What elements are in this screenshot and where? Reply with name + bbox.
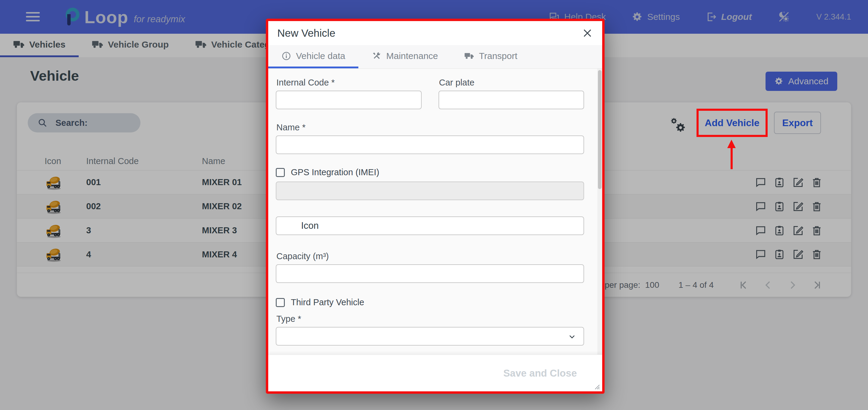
name-input[interactable] xyxy=(276,135,584,154)
tab-vehicle-data[interactable]: Vehicle data xyxy=(268,45,358,68)
save-and-close-button[interactable]: Save and Close xyxy=(503,368,577,379)
dialog-scrollbar[interactable] xyxy=(597,69,602,354)
icon-upload-button[interactable]: Icon xyxy=(276,216,584,235)
dialog-body: Internal Code * Car plate Name * GPS Int… xyxy=(268,69,602,354)
dialog-tabstrip: Vehicle data Maintenance Transport xyxy=(268,45,602,69)
third-party-label: Third Party Vehicle xyxy=(291,298,364,307)
capacity-label: Capacity (m³) xyxy=(276,251,584,261)
annotation-highlight-box xyxy=(696,109,768,137)
tab-vehicle-data-label: Vehicle data xyxy=(296,51,345,61)
info-icon xyxy=(281,51,291,61)
close-icon[interactable] xyxy=(582,27,593,39)
dialog-footer: Save and Close xyxy=(268,354,602,391)
capacity-input[interactable] xyxy=(276,264,584,283)
type-label: Type * xyxy=(276,314,584,324)
third-party-checkbox[interactable] xyxy=(276,298,285,307)
car-plate-label: Car plate xyxy=(439,78,584,88)
tools-icon xyxy=(372,51,381,61)
gps-imei-input[interactable] xyxy=(276,181,584,200)
scrollbar-thumb[interactable] xyxy=(598,70,601,189)
internal-code-label: Internal Code * xyxy=(276,78,422,88)
dialog-title: New Vehicle xyxy=(277,27,582,39)
truck-icon xyxy=(464,51,474,61)
tab-maintenance-label: Maintenance xyxy=(386,51,438,61)
gps-imei-checkbox[interactable] xyxy=(276,168,285,177)
resize-handle-icon[interactable] xyxy=(593,383,600,389)
new-vehicle-dialog: New Vehicle Vehicle data Maintenance Tra… xyxy=(266,19,604,394)
tab-transport-label: Transport xyxy=(479,51,517,61)
chevron-down-icon xyxy=(568,333,576,341)
internal-code-input[interactable] xyxy=(276,91,422,109)
dialog-header: New Vehicle xyxy=(268,21,602,45)
gps-imei-label: GPS Integration (IMEI) xyxy=(291,167,379,177)
tab-transport[interactable]: Transport xyxy=(451,45,530,68)
type-select[interactable] xyxy=(276,327,584,346)
tab-maintenance[interactable]: Maintenance xyxy=(358,45,451,68)
car-plate-input[interactable] xyxy=(438,91,584,109)
name-label: Name * xyxy=(276,123,584,132)
